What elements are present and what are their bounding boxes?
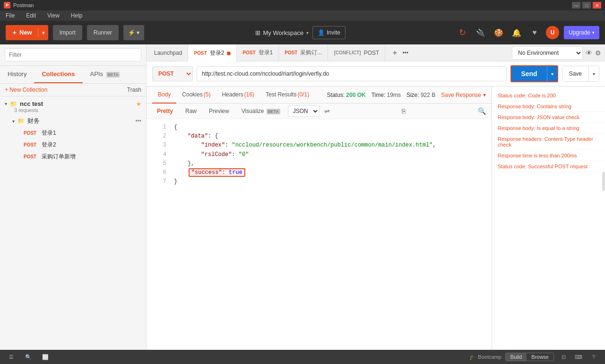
code-line-5: 5 },: [147, 159, 492, 168]
list-item[interactable]: POST 登录2: [12, 139, 141, 151]
test-item-4[interactable]: Response body: Is equal to a string: [492, 123, 605, 134]
folder-header[interactable]: ▾ 📁 财务 •••: [12, 115, 141, 127]
preview-button[interactable]: Preview: [204, 106, 234, 116]
environment-eye-button[interactable]: 👁: [586, 49, 592, 57]
test-results-count: (0/1): [297, 91, 309, 98]
apis-beta-badge: BETA: [106, 72, 120, 78]
minimize-button[interactable]: —: [572, 2, 580, 9]
response-tab-test-results[interactable]: Test Results (0/1): [260, 87, 315, 104]
interceptor-button[interactable]: 🔌: [474, 26, 487, 39]
keyboard-button[interactable]: ⌨: [573, 351, 584, 363]
center-panel: Body Cookies (5) Headers (16) Test Resul…: [147, 87, 492, 350]
close-button[interactable]: ✕: [593, 2, 601, 9]
folder-name: 财务: [27, 117, 132, 125]
environment-settings-button[interactable]: ⚙: [595, 49, 601, 57]
save-button-group: Save ▾: [562, 66, 599, 82]
raw-button[interactable]: Raw: [181, 106, 201, 116]
tabs-bar: Launchpad POST 登录2 POST 登录1 POST 采购订... …: [147, 44, 605, 61]
sidebar-tab-collections[interactable]: Collections: [34, 66, 82, 83]
new-button-label[interactable]: ＋New: [6, 28, 38, 37]
environment-select[interactable]: No Environment: [512, 46, 583, 60]
maximize-button[interactable]: □: [582, 2, 591, 9]
menu-view[interactable]: View: [45, 11, 61, 20]
bell-button[interactable]: 🔔: [510, 26, 523, 39]
send-button[interactable]: Send: [511, 66, 546, 81]
folder-more-icon[interactable]: •••: [135, 118, 141, 124]
method-select[interactable]: POST GET PUT DELETE: [152, 66, 193, 81]
save-button[interactable]: Save: [562, 66, 588, 81]
avatar[interactable]: U: [546, 26, 559, 39]
save-response-button[interactable]: Save Response ▾: [441, 92, 486, 98]
test-item-5[interactable]: Response headers: Content-Type header ch…: [492, 134, 605, 150]
scrollbar-thumb[interactable]: [602, 172, 605, 191]
search-input[interactable]: [5, 48, 141, 61]
heart-button[interactable]: ♥: [528, 26, 541, 39]
new-button[interactable]: ＋New ▾: [6, 25, 48, 40]
upgrade-button[interactable]: Upgrade ▾: [564, 26, 599, 39]
menu-help[interactable]: Help: [69, 11, 85, 20]
sidebar-content: ▾ 📁 ncc test ★ 3 requests ▾ 📁 财务 ••• POS…: [0, 96, 146, 350]
new-collection-button[interactable]: + New Collection: [5, 87, 47, 93]
content-main: Body Cookies (5) Headers (16) Test Resul…: [147, 87, 605, 350]
visualize-button[interactable]: Visualize BETA: [237, 106, 285, 116]
search-in-response-button[interactable]: 🔍: [478, 107, 486, 115]
collection-header[interactable]: ▾ 📁 ncc test ★: [5, 100, 141, 107]
code-viewer-toolbar: Pretty Raw Preview Visualize BETA JSON X…: [147, 104, 492, 119]
tab-post-login2[interactable]: POST 登录2: [188, 44, 237, 61]
console-button[interactable]: ⬜: [40, 351, 51, 363]
sync-button[interactable]: ↻: [456, 26, 469, 39]
tab-label: 采购订...: [300, 49, 322, 57]
response-tab-headers[interactable]: Headers (16): [216, 87, 260, 104]
sidebar-toggle-button[interactable]: ☰: [6, 351, 17, 363]
time-label: Time: 19ms: [372, 92, 401, 98]
layout-button[interactable]: ⊡: [558, 351, 569, 363]
build-button[interactable]: Build: [506, 353, 527, 361]
new-button-arrow[interactable]: ▾: [38, 30, 48, 35]
response-tab-cookies[interactable]: Cookies (5): [176, 87, 216, 104]
list-item[interactable]: POST 采购订单新增: [12, 151, 141, 163]
send-button-group: Send ▾: [510, 65, 558, 82]
tab-post-login1[interactable]: POST 登录1: [237, 44, 279, 61]
proxy-button[interactable]: ⚡ ▾: [123, 25, 144, 40]
menu-edit[interactable]: Edit: [24, 11, 38, 20]
app-title: Postman: [13, 2, 34, 8]
sidebar-tab-apis[interactable]: APIs BETA: [83, 66, 128, 83]
bootcamp-button[interactable]: 🎓 Bootcamp: [469, 354, 501, 360]
save-dropdown-button[interactable]: ▾: [588, 66, 599, 81]
menu-file[interactable]: File: [4, 11, 17, 20]
test-item-7[interactable]: Status code: Successful POST request: [492, 161, 605, 172]
response-tabs-bar: Body Cookies (5) Headers (16) Test Resul…: [147, 87, 492, 104]
help-button[interactable]: ?: [588, 351, 599, 363]
test-item-3[interactable]: Response body: JSON value check: [492, 112, 605, 123]
test-item-6[interactable]: Response time is less than 200ms: [492, 150, 605, 161]
sidebar-tab-history[interactable]: History: [0, 66, 34, 83]
list-item[interactable]: POST 登录1: [12, 127, 141, 139]
runner-button[interactable]: Runner: [87, 25, 119, 40]
cookies-button[interactable]: 🍪: [492, 26, 505, 39]
format-select[interactable]: JSON XML HTML: [288, 105, 320, 117]
status-bar: ☰ 🔍 ⬜ 🎓 Bootcamp Build Browse ⊡ ⌨ ?: [0, 350, 605, 364]
send-dropdown-button[interactable]: ▾: [547, 66, 557, 81]
collection-name: ncc test: [20, 100, 133, 107]
copy-button[interactable]: ⎘: [402, 107, 406, 115]
find-replace-button[interactable]: 🔍: [23, 351, 34, 363]
response-tab-body[interactable]: Body: [152, 87, 176, 104]
method-post-badge: POST: [24, 154, 38, 159]
import-button[interactable]: Import: [53, 25, 82, 40]
trash-button[interactable]: Trash: [127, 87, 141, 93]
browse-button[interactable]: Browse: [527, 353, 553, 361]
tab-conflict[interactable]: [CONFLICT] POST: [328, 44, 385, 61]
tab-overflow-button[interactable]: •••: [402, 50, 408, 56]
url-input[interactable]: [197, 66, 507, 81]
tab-launchpad[interactable]: Launchpad: [148, 44, 188, 61]
test-item-2[interactable]: Response body: Contains string: [492, 101, 605, 112]
tab-label: 登录2: [210, 49, 225, 57]
add-tab-button[interactable]: +: [389, 47, 400, 59]
wrap-lines-button[interactable]: ⇌: [324, 107, 330, 115]
pretty-button[interactable]: Pretty: [152, 106, 178, 116]
request-bar: POST GET PUT DELETE Send ▾ Save ▾: [147, 61, 605, 87]
tab-post-purchase[interactable]: POST 采购订...: [279, 44, 328, 61]
workspace-button[interactable]: ⊞ My Workspace ▾: [255, 29, 309, 36]
invite-button[interactable]: 👤 Invite: [312, 26, 346, 39]
test-item-1[interactable]: Status code: Code is 200: [492, 90, 605, 101]
